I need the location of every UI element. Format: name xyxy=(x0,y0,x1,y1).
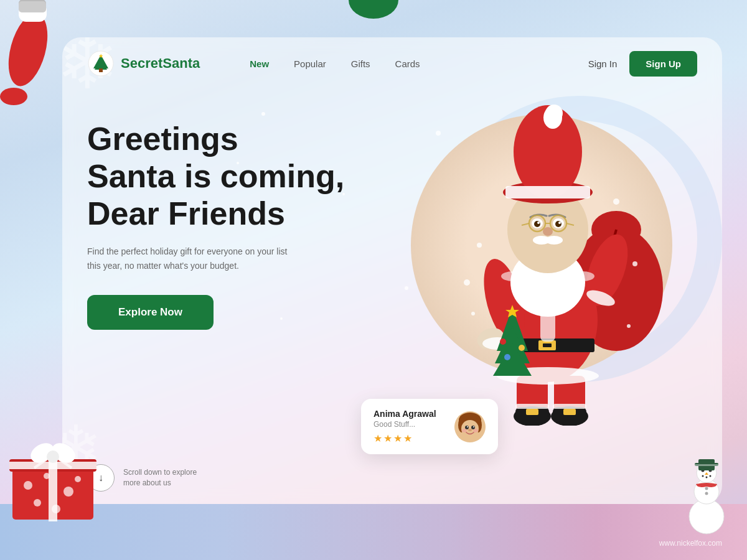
svg-point-17 xyxy=(47,450,59,463)
bottom-bar xyxy=(0,504,747,560)
santa-illustration xyxy=(423,90,672,413)
stocking-decoration xyxy=(0,0,50,106)
review-name: Anima Agrawal xyxy=(374,409,446,419)
svg-point-112 xyxy=(467,426,468,427)
svg-rect-54 xyxy=(515,404,549,409)
review-text-block: Anima Agrawal Good Stuff... ★★★★ xyxy=(374,409,446,444)
svg-point-102 xyxy=(471,312,475,315)
svg-point-83 xyxy=(543,227,553,236)
scroll-text: Scroll down to explore more about us xyxy=(123,467,197,488)
svg-point-100 xyxy=(613,198,619,205)
svg-point-10 xyxy=(75,476,81,482)
svg-point-6 xyxy=(24,481,32,490)
svg-point-96 xyxy=(504,354,510,360)
nav-link-gifts[interactable]: Gifts xyxy=(351,58,370,69)
svg-rect-55 xyxy=(553,404,586,409)
review-card: Anima Agrawal Good Stuff... ★★★★ xyxy=(361,399,498,454)
svg-point-70 xyxy=(545,105,563,122)
svg-rect-50 xyxy=(526,409,538,415)
svg-rect-53 xyxy=(563,409,576,415)
svg-rect-4 xyxy=(19,1,46,12)
svg-point-32 xyxy=(705,487,708,490)
svg-point-115 xyxy=(473,429,478,432)
logo[interactable]: SecretSanta xyxy=(87,50,200,77)
logo-icon xyxy=(87,50,115,77)
navbar: SecretSanta New Popular Gifts Cards Sign… xyxy=(62,37,722,90)
nav-actions: Sign In Sign Up xyxy=(588,51,697,77)
footer-credit: www.nickelfox.com xyxy=(659,539,722,548)
svg-point-1 xyxy=(0,88,27,105)
svg-point-27 xyxy=(706,477,708,478)
review-description: Good Stuff... xyxy=(374,420,446,429)
hero-subtitle: Find the perfect holiday gift for everyo… xyxy=(87,245,299,273)
svg-point-85 xyxy=(545,236,563,245)
svg-point-99 xyxy=(477,243,482,248)
nav-link-new[interactable]: New xyxy=(250,58,269,69)
nav-link-cards[interactable]: Cards xyxy=(395,58,420,69)
scroll-indicator: ↓ Scroll down to explore more about us xyxy=(87,464,197,492)
svg-rect-31 xyxy=(695,464,718,466)
svg-rect-71 xyxy=(505,186,590,198)
svg-point-77 xyxy=(558,222,561,224)
svg-point-113 xyxy=(473,426,474,427)
main-card: ❄ ❄ SecretSanta xyxy=(62,37,722,504)
nav-link-popular[interactable]: Popular xyxy=(294,58,326,69)
gift-box-decoration xyxy=(6,429,100,523)
logo-text: SecretSanta xyxy=(121,55,200,72)
svg-point-8 xyxy=(63,487,73,497)
review-avatar xyxy=(454,411,486,442)
snowman-decoration xyxy=(672,454,741,529)
sign-up-button[interactable]: Sign Up xyxy=(629,51,697,77)
review-stars: ★★★★ xyxy=(374,432,446,444)
svg-point-97 xyxy=(501,271,526,281)
top-green-hint xyxy=(349,0,398,19)
svg-point-103 xyxy=(632,261,637,266)
svg-point-75 xyxy=(555,221,561,227)
svg-point-26 xyxy=(702,475,704,477)
svg-rect-37 xyxy=(99,68,103,72)
hero-left: Greetings Santa is coming, Dear Friends … xyxy=(87,102,374,450)
svg-point-101 xyxy=(627,324,631,328)
nav-links: New Popular Gifts Cards xyxy=(250,58,588,69)
svg-point-9 xyxy=(34,499,41,506)
svg-point-28 xyxy=(710,475,712,477)
svg-rect-45 xyxy=(543,343,552,347)
svg-point-114 xyxy=(462,429,467,432)
svg-point-98 xyxy=(570,271,594,281)
svg-point-74 xyxy=(534,221,540,227)
svg-point-33 xyxy=(705,492,708,495)
svg-point-104 xyxy=(464,279,470,286)
svg-point-116 xyxy=(468,429,472,431)
svg-point-94 xyxy=(500,338,506,345)
svg-point-95 xyxy=(519,345,525,351)
svg-point-111 xyxy=(471,426,475,429)
svg-point-76 xyxy=(537,222,540,224)
svg-point-110 xyxy=(465,426,469,429)
sign-in-button[interactable]: Sign In xyxy=(588,58,618,69)
hero-title: Greetings Santa is coming, Dear Friends xyxy=(87,121,374,232)
explore-now-button[interactable]: Explore Now xyxy=(87,295,214,330)
hero-right xyxy=(374,102,697,450)
